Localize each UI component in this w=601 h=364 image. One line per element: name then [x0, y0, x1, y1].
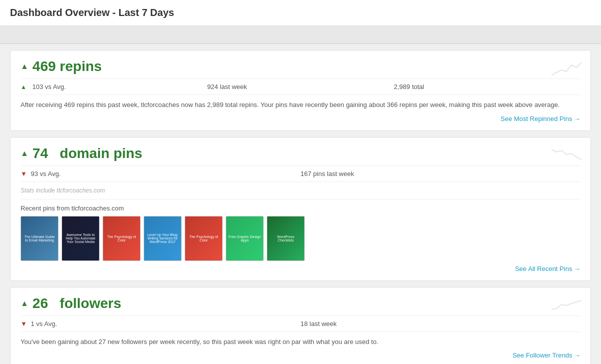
domain-divider	[21, 199, 580, 200]
domain-stats-note: Stats include tlcforcoaches.com	[21, 187, 580, 194]
followers-see-link[interactable]: See Follower Trends →	[512, 352, 580, 359]
repins-see-link[interactable]: See Most Repinned Pins →	[500, 115, 580, 122]
followers-card: ▲ 26 followers ▼ 1 vs Avg. 18 last week …	[10, 287, 591, 364]
followers-stats-row: ▼ 1 vs Avg. 18 last week	[21, 316, 580, 332]
vs-avg-up-arrow: ▲	[21, 84, 27, 90]
repins-header: ▲ 469 repins	[21, 58, 580, 74]
followers-number: 26	[33, 296, 48, 311]
domain-see-link-row: See All Recent Pins →	[21, 265, 580, 272]
domain-see-link[interactable]: See All Recent Pins →	[515, 265, 580, 272]
followers-last-week-text: 18 last week	[301, 320, 337, 328]
pin-5-label: The Psychology of Color	[185, 216, 222, 260]
pin-7-label: WordPress Checklists	[267, 216, 304, 260]
repins-description: After receiving 469 repins this past wee…	[21, 100, 580, 110]
repins-card: ▲ 469 repins ▲ 103 vs Avg. 924 last week…	[10, 50, 591, 131]
repins-label: repins	[60, 58, 102, 74]
main-content: ▲ 469 repins ▲ 103 vs Avg. 924 last week…	[0, 44, 601, 364]
page-header: Dashboard Overview - Last 7 Days	[0, 0, 601, 26]
followers-header: ▲ 26 followers	[21, 296, 580, 312]
followers-label: followers	[60, 296, 121, 311]
pin-thumb-2[interactable]: Awesome Tools to Help You Automate Your …	[62, 216, 100, 261]
pin-6-label: Free Graphic Design Apps	[226, 216, 263, 260]
pin-3-label: The Psychology of Color	[103, 216, 140, 260]
followers-metric: 26 followers	[33, 296, 121, 312]
followers-vs-avg: ▼ 1 vs Avg.	[21, 320, 301, 328]
repins-vs-avg: ▲ 103 vs Avg.	[21, 83, 207, 90]
domain-chart-icon	[551, 144, 581, 166]
repins-total-text: 2,989 total	[394, 83, 424, 90]
followers-chart-icon	[551, 294, 581, 316]
followers-description: You've been gaining about 27 new followe…	[21, 337, 580, 347]
followers-up-arrow: ▲	[21, 299, 29, 308]
domain-last-week: 167 pins last week	[301, 170, 581, 178]
vs-avg-down-arrow: ▼	[21, 170, 27, 178]
recent-pins-label: Recent pins from tlcforcoaches.com	[21, 204, 580, 212]
domain-metric: 74 domain pins	[33, 146, 142, 162]
repins-last-week: 924 last week	[207, 83, 394, 90]
domain-last-week-text: 167 pins last week	[301, 170, 354, 178]
pin-thumb-3[interactable]: The Psychology of Color	[103, 216, 141, 261]
repins-total: 2,989 total	[394, 83, 580, 90]
repins-number: 469	[33, 58, 56, 74]
domain-vs-avg-text: 93 vs Avg.	[31, 170, 61, 178]
pin-thumb-6[interactable]: Free Graphic Design Apps	[226, 216, 264, 261]
pin-1-label: The Ultimate Guide to Email Marketing	[21, 216, 58, 260]
pin-thumb-7[interactable]: WordPress Checklists	[267, 216, 305, 261]
domain-vs-avg: ▼ 93 vs Avg.	[21, 170, 301, 178]
domain-pins-card: ▲ 74 domain pins ▼ 93 vs Avg. 167 pins l…	[10, 137, 591, 281]
repins-chart-icon	[551, 58, 581, 79]
repins-stats-row: ▲ 103 vs Avg. 924 last week 2,989 total	[21, 78, 580, 95]
repins-vs-avg-text: 103 vs Avg.	[33, 83, 66, 90]
pin-4-label: Level Up Your Blog: Writing Services for…	[144, 216, 181, 260]
domain-stats-row: ▼ 93 vs Avg. 167 pins last week	[21, 166, 580, 182]
followers-last-week: 18 last week	[301, 320, 581, 328]
followers-vs-avg-text: 1 vs Avg.	[31, 320, 58, 328]
repins-metric: 469 repins	[33, 58, 102, 74]
repins-last-week-text: 924 last week	[207, 83, 247, 90]
domain-header: ▲ 74 domain pins	[21, 146, 580, 162]
domain-label: domain pins	[60, 146, 142, 161]
pin-thumb-4[interactable]: Level Up Your Blog: Writing Services for…	[144, 216, 182, 261]
pins-row: The Ultimate Guide to Email Marketing Aw…	[21, 216, 580, 261]
pin-thumb-1[interactable]: The Ultimate Guide to Email Marketing	[21, 216, 59, 261]
page-title: Dashboard Overview - Last 7 Days	[10, 7, 591, 18]
pin-thumb-5[interactable]: The Psychology of Color	[185, 216, 223, 261]
domain-up-arrow: ▲	[21, 149, 29, 158]
domain-number: 74	[33, 146, 48, 161]
nav-bar	[0, 26, 601, 44]
pin-2-label: Awesome Tools to Help You Automate Your …	[62, 216, 99, 260]
repins-see-link-row: See Most Repinned Pins →	[21, 115, 580, 122]
followers-see-link-row: See Follower Trends →	[21, 352, 580, 359]
followers-vs-avg-arrow: ▼	[21, 320, 27, 328]
repins-up-arrow: ▲	[21, 62, 29, 71]
